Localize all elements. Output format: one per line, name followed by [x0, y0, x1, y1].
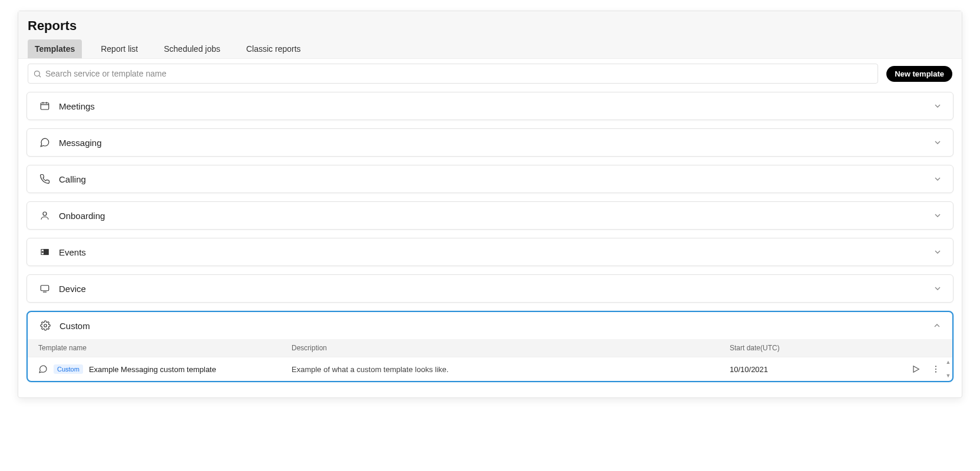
svg-point-8 [42, 251, 43, 253]
column-template-name: Template name [38, 344, 292, 352]
custom-gear-icon [38, 320, 52, 331]
search-box[interactable] [28, 64, 878, 84]
svg-point-15 [935, 372, 936, 373]
chevron-down-icon [933, 247, 942, 257]
sections: Meetings Messaging [18, 88, 962, 382]
section-custom: Custom Template name Description Start d… [27, 311, 953, 382]
messaging-icon [38, 364, 48, 374]
onboarding-icon [38, 210, 52, 221]
tab-report-list[interactable]: Report list [94, 39, 145, 58]
section-title: Events [59, 247, 933, 257]
svg-rect-9 [41, 286, 49, 291]
table-body: Custom Example Messaging custom template… [28, 357, 952, 381]
section-onboarding: Onboarding [27, 201, 953, 230]
section-header-messaging[interactable]: Messaging [27, 129, 953, 156]
run-button[interactable] [910, 363, 922, 375]
device-icon [38, 283, 52, 294]
section-header-onboarding[interactable]: Onboarding [27, 202, 953, 229]
messaging-icon [38, 137, 52, 148]
svg-point-6 [43, 212, 47, 215]
section-title: Meetings [59, 101, 933, 111]
events-icon [38, 247, 52, 257]
svg-point-0 [35, 71, 40, 76]
section-events: Events [27, 238, 953, 266]
chevron-down-icon [933, 138, 942, 147]
search-input[interactable] [42, 69, 873, 78]
panel-header: Reports Templates Report list Scheduled … [18, 11, 962, 59]
chevron-down-icon [933, 101, 942, 111]
table-header: Template name Description Start date(UTC… [28, 339, 952, 357]
template-name: Example Messaging custom template [89, 365, 216, 374]
template-start-date: 10/10/2021 [730, 365, 895, 374]
svg-point-11 [44, 324, 47, 327]
column-start-date: Start date(UTC) [730, 344, 895, 352]
chevron-down-icon [933, 174, 942, 184]
page-title: Reports [28, 18, 952, 34]
section-header-device[interactable]: Device [27, 275, 953, 302]
reports-panel: Reports Templates Report list Scheduled … [18, 11, 962, 398]
column-actions [895, 344, 942, 352]
section-title: Calling [59, 174, 933, 184]
scrollbar[interactable]: ▲ ▼ [945, 359, 951, 379]
meetings-icon [38, 101, 52, 111]
svg-point-14 [935, 369, 936, 370]
svg-line-1 [39, 75, 41, 77]
section-header-events[interactable]: Events [27, 238, 953, 266]
scroll-up-icon: ▲ [946, 359, 951, 365]
section-header-meetings[interactable]: Meetings [27, 92, 953, 120]
section-meetings: Meetings [27, 92, 953, 120]
template-description: Example of what a custom template looks … [292, 365, 730, 374]
scroll-down-icon: ▼ [946, 373, 951, 379]
section-messaging: Messaging [27, 128, 953, 157]
chevron-up-icon [932, 321, 942, 330]
svg-marker-12 [913, 366, 919, 373]
section-header-calling[interactable]: Calling [27, 165, 953, 193]
section-header-custom[interactable]: Custom [28, 312, 952, 339]
custom-badge: Custom [54, 364, 83, 374]
section-title: Custom [59, 321, 932, 331]
tab-classic-reports[interactable]: Classic reports [239, 39, 308, 58]
section-calling: Calling [27, 165, 953, 193]
more-options-button[interactable] [930, 363, 942, 375]
new-template-button[interactable]: New template [886, 66, 952, 82]
section-title: Device [59, 284, 933, 294]
calling-icon [38, 174, 52, 184]
table-row[interactable]: Custom Example Messaging custom template… [28, 357, 952, 381]
svg-point-13 [935, 366, 936, 367]
section-title: Messaging [59, 138, 933, 148]
tab-templates[interactable]: Templates [28, 39, 82, 58]
chevron-down-icon [933, 211, 942, 220]
svg-rect-7 [44, 250, 49, 255]
search-icon [33, 69, 42, 78]
search-row: New template [18, 59, 962, 88]
section-device: Device [27, 274, 953, 303]
tab-scheduled-jobs[interactable]: Scheduled jobs [157, 39, 227, 58]
column-description: Description [292, 344, 730, 352]
chevron-down-icon [933, 284, 942, 293]
tabs: Templates Report list Scheduled jobs Cla… [28, 39, 952, 58]
svg-rect-2 [41, 103, 49, 110]
section-title: Onboarding [59, 211, 933, 221]
